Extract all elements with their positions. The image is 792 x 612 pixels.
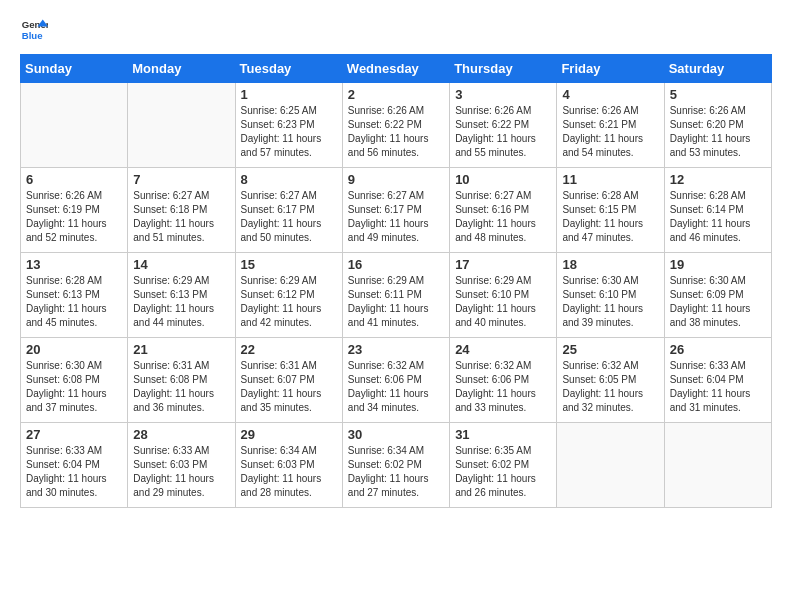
cell-info: Sunrise: 6:30 AM Sunset: 6:09 PM Dayligh… — [670, 274, 766, 330]
cell-info: Sunrise: 6:32 AM Sunset: 6:05 PM Dayligh… — [562, 359, 658, 415]
weekday-friday: Friday — [557, 55, 664, 83]
calendar-cell: 10Sunrise: 6:27 AM Sunset: 6:16 PM Dayli… — [450, 168, 557, 253]
calendar-cell: 1Sunrise: 6:25 AM Sunset: 6:23 PM Daylig… — [235, 83, 342, 168]
calendar-cell: 28Sunrise: 6:33 AM Sunset: 6:03 PM Dayli… — [128, 423, 235, 508]
day-number: 17 — [455, 257, 551, 272]
cell-info: Sunrise: 6:30 AM Sunset: 6:08 PM Dayligh… — [26, 359, 122, 415]
weekday-saturday: Saturday — [664, 55, 771, 83]
weekday-wednesday: Wednesday — [342, 55, 449, 83]
day-number: 11 — [562, 172, 658, 187]
calendar-cell: 9Sunrise: 6:27 AM Sunset: 6:17 PM Daylig… — [342, 168, 449, 253]
cell-info: Sunrise: 6:35 AM Sunset: 6:02 PM Dayligh… — [455, 444, 551, 500]
cell-info: Sunrise: 6:34 AM Sunset: 6:03 PM Dayligh… — [241, 444, 337, 500]
cell-info: Sunrise: 6:34 AM Sunset: 6:02 PM Dayligh… — [348, 444, 444, 500]
weekday-thursday: Thursday — [450, 55, 557, 83]
cell-info: Sunrise: 6:32 AM Sunset: 6:06 PM Dayligh… — [348, 359, 444, 415]
cell-info: Sunrise: 6:31 AM Sunset: 6:07 PM Dayligh… — [241, 359, 337, 415]
day-number: 27 — [26, 427, 122, 442]
day-number: 20 — [26, 342, 122, 357]
cell-info: Sunrise: 6:26 AM Sunset: 6:19 PM Dayligh… — [26, 189, 122, 245]
cell-info: Sunrise: 6:27 AM Sunset: 6:17 PM Dayligh… — [348, 189, 444, 245]
day-number: 7 — [133, 172, 229, 187]
cell-info: Sunrise: 6:28 AM Sunset: 6:15 PM Dayligh… — [562, 189, 658, 245]
day-number: 28 — [133, 427, 229, 442]
calendar-cell: 13Sunrise: 6:28 AM Sunset: 6:13 PM Dayli… — [21, 253, 128, 338]
cell-info: Sunrise: 6:29 AM Sunset: 6:13 PM Dayligh… — [133, 274, 229, 330]
calendar-cell: 20Sunrise: 6:30 AM Sunset: 6:08 PM Dayli… — [21, 338, 128, 423]
calendar-week-2: 6Sunrise: 6:26 AM Sunset: 6:19 PM Daylig… — [21, 168, 772, 253]
day-number: 19 — [670, 257, 766, 272]
day-number: 25 — [562, 342, 658, 357]
cell-info: Sunrise: 6:27 AM Sunset: 6:17 PM Dayligh… — [241, 189, 337, 245]
calendar-cell: 18Sunrise: 6:30 AM Sunset: 6:10 PM Dayli… — [557, 253, 664, 338]
cell-info: Sunrise: 6:26 AM Sunset: 6:20 PM Dayligh… — [670, 104, 766, 160]
cell-info: Sunrise: 6:30 AM Sunset: 6:10 PM Dayligh… — [562, 274, 658, 330]
weekday-monday: Monday — [128, 55, 235, 83]
calendar-cell: 17Sunrise: 6:29 AM Sunset: 6:10 PM Dayli… — [450, 253, 557, 338]
calendar-cell: 8Sunrise: 6:27 AM Sunset: 6:17 PM Daylig… — [235, 168, 342, 253]
day-number: 15 — [241, 257, 337, 272]
day-number: 5 — [670, 87, 766, 102]
weekday-header-row: SundayMondayTuesdayWednesdayThursdayFrid… — [21, 55, 772, 83]
calendar-cell: 31Sunrise: 6:35 AM Sunset: 6:02 PM Dayli… — [450, 423, 557, 508]
day-number: 23 — [348, 342, 444, 357]
calendar-cell: 23Sunrise: 6:32 AM Sunset: 6:06 PM Dayli… — [342, 338, 449, 423]
day-number: 24 — [455, 342, 551, 357]
page: General Blue SundayMondayTuesdayWednesda… — [0, 0, 792, 612]
calendar-cell — [664, 423, 771, 508]
cell-info: Sunrise: 6:26 AM Sunset: 6:22 PM Dayligh… — [348, 104, 444, 160]
calendar-cell: 2Sunrise: 6:26 AM Sunset: 6:22 PM Daylig… — [342, 83, 449, 168]
calendar-cell — [21, 83, 128, 168]
cell-info: Sunrise: 6:27 AM Sunset: 6:16 PM Dayligh… — [455, 189, 551, 245]
cell-info: Sunrise: 6:26 AM Sunset: 6:21 PM Dayligh… — [562, 104, 658, 160]
calendar-cell: 25Sunrise: 6:32 AM Sunset: 6:05 PM Dayli… — [557, 338, 664, 423]
day-number: 31 — [455, 427, 551, 442]
header: General Blue — [20, 16, 772, 44]
calendar-cell: 22Sunrise: 6:31 AM Sunset: 6:07 PM Dayli… — [235, 338, 342, 423]
cell-info: Sunrise: 6:28 AM Sunset: 6:14 PM Dayligh… — [670, 189, 766, 245]
calendar-cell: 16Sunrise: 6:29 AM Sunset: 6:11 PM Dayli… — [342, 253, 449, 338]
calendar-cell — [128, 83, 235, 168]
weekday-sunday: Sunday — [21, 55, 128, 83]
day-number: 16 — [348, 257, 444, 272]
calendar-cell: 27Sunrise: 6:33 AM Sunset: 6:04 PM Dayli… — [21, 423, 128, 508]
cell-info: Sunrise: 6:25 AM Sunset: 6:23 PM Dayligh… — [241, 104, 337, 160]
cell-info: Sunrise: 6:33 AM Sunset: 6:03 PM Dayligh… — [133, 444, 229, 500]
cell-info: Sunrise: 6:28 AM Sunset: 6:13 PM Dayligh… — [26, 274, 122, 330]
calendar-cell: 14Sunrise: 6:29 AM Sunset: 6:13 PM Dayli… — [128, 253, 235, 338]
calendar-week-1: 1Sunrise: 6:25 AM Sunset: 6:23 PM Daylig… — [21, 83, 772, 168]
day-number: 12 — [670, 172, 766, 187]
calendar-cell: 6Sunrise: 6:26 AM Sunset: 6:19 PM Daylig… — [21, 168, 128, 253]
calendar-table: SundayMondayTuesdayWednesdayThursdayFrid… — [20, 54, 772, 508]
cell-info: Sunrise: 6:33 AM Sunset: 6:04 PM Dayligh… — [670, 359, 766, 415]
day-number: 14 — [133, 257, 229, 272]
day-number: 10 — [455, 172, 551, 187]
calendar-cell: 29Sunrise: 6:34 AM Sunset: 6:03 PM Dayli… — [235, 423, 342, 508]
logo: General Blue — [20, 16, 48, 44]
cell-info: Sunrise: 6:29 AM Sunset: 6:12 PM Dayligh… — [241, 274, 337, 330]
cell-info: Sunrise: 6:29 AM Sunset: 6:10 PM Dayligh… — [455, 274, 551, 330]
calendar-cell: 4Sunrise: 6:26 AM Sunset: 6:21 PM Daylig… — [557, 83, 664, 168]
calendar-cell: 15Sunrise: 6:29 AM Sunset: 6:12 PM Dayli… — [235, 253, 342, 338]
svg-text:Blue: Blue — [22, 30, 43, 41]
day-number: 3 — [455, 87, 551, 102]
cell-info: Sunrise: 6:32 AM Sunset: 6:06 PM Dayligh… — [455, 359, 551, 415]
cell-info: Sunrise: 6:33 AM Sunset: 6:04 PM Dayligh… — [26, 444, 122, 500]
day-number: 26 — [670, 342, 766, 357]
calendar-cell: 24Sunrise: 6:32 AM Sunset: 6:06 PM Dayli… — [450, 338, 557, 423]
calendar-cell: 19Sunrise: 6:30 AM Sunset: 6:09 PM Dayli… — [664, 253, 771, 338]
day-number: 6 — [26, 172, 122, 187]
calendar-week-4: 20Sunrise: 6:30 AM Sunset: 6:08 PM Dayli… — [21, 338, 772, 423]
day-number: 8 — [241, 172, 337, 187]
day-number: 9 — [348, 172, 444, 187]
weekday-tuesday: Tuesday — [235, 55, 342, 83]
day-number: 29 — [241, 427, 337, 442]
day-number: 2 — [348, 87, 444, 102]
day-number: 18 — [562, 257, 658, 272]
day-number: 30 — [348, 427, 444, 442]
calendar-cell: 12Sunrise: 6:28 AM Sunset: 6:14 PM Dayli… — [664, 168, 771, 253]
logo-icon: General Blue — [20, 16, 48, 44]
calendar-cell: 26Sunrise: 6:33 AM Sunset: 6:04 PM Dayli… — [664, 338, 771, 423]
calendar-cell: 21Sunrise: 6:31 AM Sunset: 6:08 PM Dayli… — [128, 338, 235, 423]
day-number: 22 — [241, 342, 337, 357]
